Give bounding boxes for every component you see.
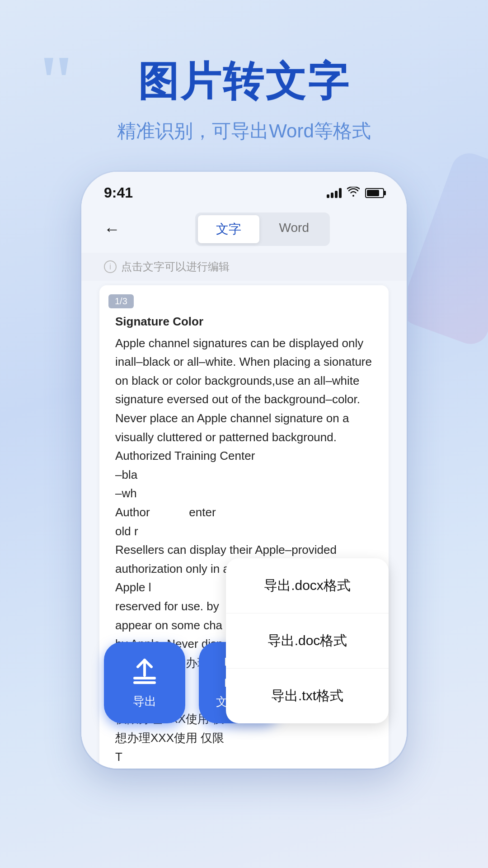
export-label: 导出: [133, 693, 156, 709]
tab-word[interactable]: Word: [261, 215, 327, 243]
nav-tabs: 文字 Word: [195, 212, 330, 246]
main-title: 图片转文字: [0, 54, 488, 109]
decorative-shape: [397, 148, 488, 349]
status-time: 9:41: [104, 184, 133, 201]
page-indicator: 1/3: [108, 294, 134, 308]
status-icons: [327, 187, 384, 199]
tab-wenzi[interactable]: 文字: [198, 215, 259, 243]
svg-rect-0: [133, 677, 156, 679]
nav-bar: ← 文字 Word: [81, 206, 407, 253]
signal-icon: [327, 188, 342, 198]
export-dropdown: 导出.docx格式 导出.doc格式 导出.txt格式: [226, 558, 389, 723]
sub-title: 精准识别，可导出Word等格式: [0, 118, 488, 144]
edit-hint-text: 点击文字可以进行编辑: [121, 259, 230, 274]
svg-rect-1: [133, 681, 156, 684]
phone-mockup: 9:41: [81, 172, 407, 769]
header-area: 图片转文字 精准识别，可导出Word等格式: [0, 54, 488, 144]
export-icon: [129, 656, 160, 688]
export-txt-option[interactable]: 导出.txt格式: [226, 669, 389, 723]
wifi-icon: [347, 187, 360, 199]
export-docx-option[interactable]: 导出.docx格式: [226, 558, 389, 613]
doc-title: Signature Color: [115, 312, 373, 331]
export-button[interactable]: 导出: [104, 642, 185, 723]
back-button[interactable]: ←: [104, 220, 120, 239]
export-doc-option[interactable]: 导出.doc格式: [226, 613, 389, 669]
battery-icon: [365, 188, 384, 198]
info-icon: i: [104, 260, 117, 273]
edit-hint: i 点击文字可以进行编辑: [81, 253, 407, 281]
status-bar: 9:41: [81, 172, 407, 206]
